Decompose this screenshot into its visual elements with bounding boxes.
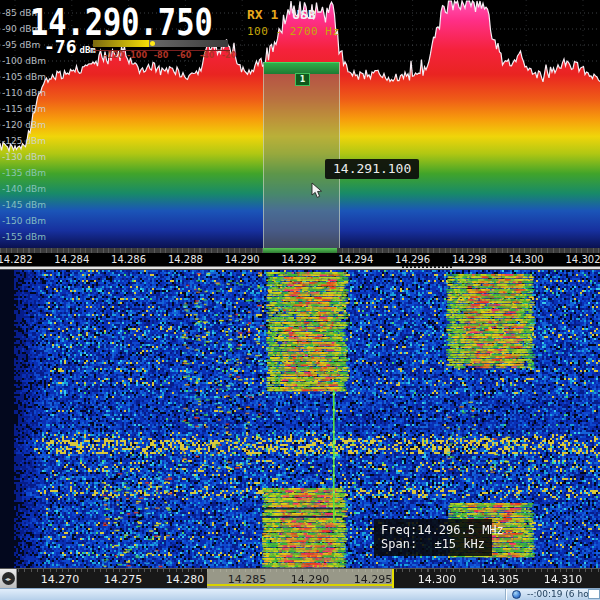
spectrum-frequency-label: 14.296 bbox=[395, 254, 430, 265]
meter-scale-label: -40 bbox=[200, 51, 214, 60]
mode-label[interactable]: USB bbox=[292, 7, 315, 22]
overview-frequency-label: 14.280 bbox=[166, 573, 205, 586]
dbm-axis-label: -105 dBm bbox=[2, 72, 46, 82]
meter-scale-label: -60 bbox=[177, 51, 191, 60]
overview-frequency-label: 14.290 bbox=[291, 573, 330, 586]
scale-options-icon: ◂▸ bbox=[2, 572, 15, 585]
scale-options-button[interactable]: ◂▸ bbox=[0, 569, 17, 588]
signal-meter bbox=[93, 40, 228, 47]
rx-mode-line: RX 1USB bbox=[247, 7, 316, 22]
separator-dots bbox=[402, 266, 452, 268]
dbm-axis-label: -120 dBm bbox=[2, 120, 46, 130]
waterfall-info-box: Freq:14.296.5 MHz Span:±15 kHz bbox=[374, 519, 492, 556]
frequency-tooltip: 14.291.100 bbox=[325, 159, 419, 179]
meter-scale-label: -80 bbox=[154, 51, 168, 60]
meter-scale-label: -120 bbox=[104, 51, 124, 60]
rx-label: RX 1 bbox=[247, 7, 278, 22]
info-span-value: ±15 kHz bbox=[434, 537, 485, 551]
spectrum-frequency-label: 14.292 bbox=[282, 254, 317, 265]
overview-frequency-label: 14.285 bbox=[228, 573, 267, 586]
spectrum-frequency-label: 14.288 bbox=[168, 254, 203, 265]
filter-selection-region[interactable]: 1 bbox=[263, 62, 340, 248]
spectrum-frequency-label: 14.298 bbox=[452, 254, 487, 265]
signal-meter-peak-dot bbox=[150, 41, 155, 46]
signal-meter-fill bbox=[93, 40, 149, 47]
signal-level-readout: -76dBm bbox=[44, 36, 96, 57]
status-bar-grip[interactable] bbox=[588, 589, 600, 599]
passband-readout: 100 - 2700 Hz bbox=[247, 25, 340, 38]
dbm-axis-label: -145 dBm bbox=[2, 200, 46, 210]
dbm-axis-label: -135 dBm bbox=[2, 168, 46, 178]
spectrum-frequency-label: 14.282 bbox=[0, 254, 33, 265]
overview-frequency-label: 14.310 bbox=[544, 573, 583, 586]
status-bar-divider bbox=[505, 589, 506, 600]
dbm-axis-label: -115 dBm bbox=[2, 104, 46, 114]
dbm-axis-label: -140 dBm bbox=[2, 184, 46, 194]
info-freq-label: Freq: bbox=[381, 523, 417, 537]
overview-frequency-label: 14.300 bbox=[418, 573, 457, 586]
info-span-label: Span: bbox=[381, 537, 417, 551]
spectrum-frequency-label: 14.290 bbox=[225, 254, 260, 265]
spectrum-frequency-label: 14.286 bbox=[111, 254, 146, 265]
spectrum-frequency-label: 14.294 bbox=[338, 254, 373, 265]
meter-scale-label: -100 bbox=[127, 51, 147, 60]
dbm-axis-label: -150 dBm bbox=[2, 216, 46, 226]
spectrum-frequency-label: 14.300 bbox=[509, 254, 544, 265]
spectrum-frequency-label: 14.284 bbox=[54, 254, 89, 265]
meter-scale-label: -20 bbox=[222, 51, 236, 60]
dbm-axis-label: -155 dBm bbox=[2, 232, 46, 242]
globe-icon bbox=[512, 590, 521, 599]
selection-badge[interactable]: 1 bbox=[295, 73, 310, 86]
overview-frequency-label: 14.275 bbox=[104, 573, 143, 586]
mouse-cursor bbox=[311, 182, 325, 200]
overview-frequency-label: 14.295 bbox=[354, 573, 393, 586]
dbm-axis-label: -130 dBm bbox=[2, 152, 46, 162]
dbm-axis-label: -125 dBm bbox=[2, 136, 46, 146]
info-freq-value: 14.296.5 MHz bbox=[417, 523, 504, 537]
sdr-console-window: 1 -85 dBm-90 dBm-95 dBm-100 dBm-105 dBm-… bbox=[0, 0, 600, 600]
overview-frequency-label: 14.270 bbox=[41, 573, 80, 586]
overview-frequency-label: 14.305 bbox=[481, 573, 520, 586]
dbm-axis-label: -100 dBm bbox=[2, 56, 46, 66]
status-bar bbox=[0, 588, 600, 600]
dbm-axis-label: -110 dBm bbox=[2, 88, 46, 98]
spectrum-frequency-label: 14.302 bbox=[566, 254, 600, 265]
waterfall-display[interactable] bbox=[0, 270, 600, 568]
overview-center-marker bbox=[392, 569, 394, 588]
